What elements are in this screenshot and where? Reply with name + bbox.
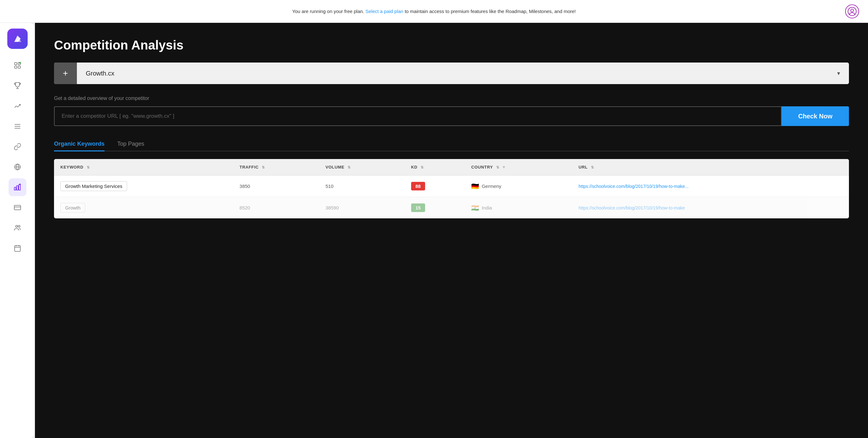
country-flag-icon: 🇩🇪 xyxy=(471,182,479,190)
tabs-row: Organic Keywords Top Pages xyxy=(54,137,849,151)
country-cell: 🇩🇪 Germeny xyxy=(471,182,566,190)
competitor-selector-bar: + Growth.cx ▾ xyxy=(54,63,849,84)
col-header-kd[interactable]: KD ⇅ xyxy=(405,159,465,175)
url-section-label: Get a detailed overview of your competit… xyxy=(54,96,849,101)
cell-volume: 510 xyxy=(319,175,405,197)
cell-traffic: 3850 xyxy=(233,175,319,197)
cell-kd: 88 xyxy=(405,175,465,197)
keyword-badge: Growth Marketing Services xyxy=(60,181,127,191)
competitor-selected-label: Growth.cx xyxy=(86,70,114,77)
page-header: Competition Analysis xyxy=(35,23,868,63)
sidebar-item-dashboard[interactable] xyxy=(8,57,26,74)
table-row: Growth 8520 38590 15 🇮🇳 India https://sc… xyxy=(54,197,849,219)
competitor-dropdown[interactable]: Growth.cx ▾ xyxy=(77,63,849,84)
kd-badge: 15 xyxy=(411,203,425,212)
cell-country: 🇩🇪 Germeny xyxy=(465,175,572,197)
sidebar-item-chart[interactable] xyxy=(8,97,26,115)
page-title: Competition Analysis xyxy=(54,38,849,53)
cell-keyword: Growth Marketing Services xyxy=(54,175,233,197)
svg-rect-15 xyxy=(14,205,21,210)
top-banner: You are running on your free plan. Selec… xyxy=(0,0,868,23)
sidebar-item-competition[interactable] xyxy=(8,178,26,196)
svg-rect-19 xyxy=(14,246,20,251)
svg-rect-11 xyxy=(14,187,16,190)
sidebar-item-card[interactable] xyxy=(8,199,26,216)
check-now-button[interactable]: Check Now xyxy=(782,106,849,126)
svg-point-6 xyxy=(19,62,21,64)
kd-badge: 88 xyxy=(411,182,425,191)
volume-sort-icon: ⇅ xyxy=(348,165,351,169)
svg-rect-12 xyxy=(17,186,18,190)
tab-top-pages[interactable]: Top Pages xyxy=(117,137,144,151)
add-competitor-button[interactable]: + xyxy=(54,63,77,84)
banner-text-after: to maintain access to premium features l… xyxy=(405,8,576,14)
cell-country: 🇮🇳 India xyxy=(465,197,572,219)
col-header-keyword[interactable]: KEYWORD ⇅ xyxy=(54,159,233,175)
cell-volume: 38590 xyxy=(319,197,405,219)
cell-url: https://schoolvoice.com/blog/2017/10/19/… xyxy=(572,175,849,197)
sidebar-item-globe[interactable] xyxy=(8,158,26,176)
country-name: Germeny xyxy=(482,183,501,189)
sidebar-logo[interactable] xyxy=(7,29,28,49)
svg-rect-2 xyxy=(14,63,17,65)
svg-point-14 xyxy=(19,184,21,186)
col-header-traffic[interactable]: TRAFFIC ⇅ xyxy=(233,159,319,175)
banner-text-before: You are running on your free plan. xyxy=(292,8,364,14)
sidebar-item-links[interactable] xyxy=(8,138,26,156)
country-cell: 🇮🇳 India xyxy=(471,204,566,212)
cell-url: https://schoolvoice.com/blog/2017/10/19/… xyxy=(572,197,849,219)
col-header-volume[interactable]: VOLUME ⇅ xyxy=(319,159,405,175)
url-section: Get a detailed overview of your competit… xyxy=(54,96,849,126)
content-area: Competition Analysis + Growth.cx ▾ Get a… xyxy=(35,23,868,438)
sidebar-item-people[interactable] xyxy=(8,219,26,237)
competitor-dropdown-arrow-icon: ▾ xyxy=(837,70,840,77)
keywords-table-wrapper: KEYWORD ⇅ TRAFFIC ⇅ VOLUME ⇅ KD xyxy=(54,159,849,218)
col-header-url[interactable]: URL ⇅ xyxy=(572,159,849,175)
country-flag-icon: 🇮🇳 xyxy=(471,204,479,212)
country-name: India xyxy=(482,205,492,210)
avatar-button[interactable] xyxy=(845,4,859,19)
svg-point-1 xyxy=(851,9,854,12)
col-header-country[interactable]: COUNTRY ⇅ ▼ xyxy=(465,159,572,175)
competitor-url-input[interactable] xyxy=(54,106,782,126)
traffic-sort-icon: ⇅ xyxy=(262,165,265,169)
cell-keyword: Growth xyxy=(54,197,233,219)
cell-traffic: 8520 xyxy=(233,197,319,219)
url-sort-icon: ⇅ xyxy=(591,165,594,169)
sidebar-item-trophy[interactable] xyxy=(8,77,26,95)
url-input-row: Check Now xyxy=(54,106,849,126)
svg-rect-5 xyxy=(18,66,20,68)
table-row: Growth Marketing Services 3850 510 88 🇩🇪… xyxy=(54,175,849,197)
sidebar xyxy=(0,23,35,438)
sidebar-item-calendar[interactable] xyxy=(8,239,26,257)
svg-rect-13 xyxy=(19,184,20,190)
keyword-sort-icon: ⇅ xyxy=(87,165,90,169)
keywords-table: KEYWORD ⇅ TRAFFIC ⇅ VOLUME ⇅ KD xyxy=(54,159,849,218)
svg-point-18 xyxy=(18,225,20,227)
cell-kd: 15 xyxy=(405,197,465,219)
main-layout: Competition Analysis + Growth.cx ▾ Get a… xyxy=(0,23,868,438)
svg-point-17 xyxy=(16,225,18,227)
url-link[interactable]: https://schoolvoice.com/blog/2017/10/19/… xyxy=(579,205,685,210)
country-filter-icon[interactable]: ▼ xyxy=(502,165,506,169)
url-link[interactable]: https://schoolvoice.com/blog/2017/10/19/… xyxy=(579,184,688,189)
banner-paid-plan-link[interactable]: Select a paid plan xyxy=(365,8,403,14)
svg-rect-4 xyxy=(14,66,17,68)
kd-sort-icon: ⇅ xyxy=(421,165,424,169)
country-sort-icon: ⇅ xyxy=(496,165,499,169)
banner-text: You are running on your free plan. Selec… xyxy=(292,8,576,14)
keyword-badge: Growth xyxy=(60,203,85,213)
sidebar-item-list[interactable] xyxy=(8,117,26,135)
tab-organic-keywords[interactable]: Organic Keywords xyxy=(54,137,104,151)
table-header-row: KEYWORD ⇅ TRAFFIC ⇅ VOLUME ⇅ KD xyxy=(54,159,849,175)
